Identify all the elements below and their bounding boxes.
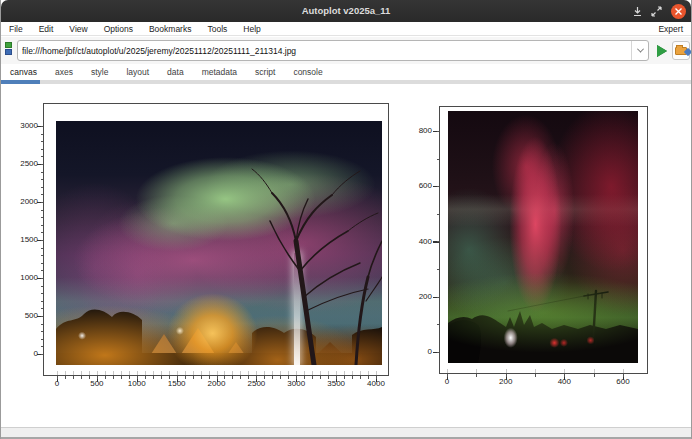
plot-left-image [56,121,382,365]
menu-item[interactable]: Tools [199,24,235,34]
resize-icon[interactable] [648,3,664,19]
tick-label: 2000 [20,198,38,206]
tab-item[interactable]: data [158,65,193,79]
folder-accent-icon [684,48,692,56]
tick-label: 500 [25,312,38,320]
plot-left-xtick-minor [57,376,377,379]
datasource-icon-green [5,42,12,48]
urlbar [1,37,691,64]
folder-icon [675,47,687,55]
tick-label: 600 [419,182,432,190]
window-title: Autoplot v2025a_11 [1,0,691,22]
menu-items: FileEditViewOptionsBookmarksToolsHelp [1,24,269,34]
tab-item[interactable]: script [246,65,284,79]
url-combobox [17,40,649,61]
datasource-icon-blue [5,49,12,55]
autoplot-window: Autoplot v2025a_11 FileEditViewOptionsBo… [0,0,692,439]
tick-label: 800 [419,127,432,135]
plot-left-yticks: 050010001500200025003000 [3,126,38,354]
tab-item[interactable]: console [284,65,331,79]
tick-label: 1500 [20,236,38,244]
tab-item[interactable]: canvas [1,65,46,79]
go-button[interactable] [654,43,669,58]
tab-item[interactable]: layout [117,65,158,79]
titlebar: Autoplot v2025a_11 [1,0,691,22]
ground-lights-right [448,111,638,363]
tick-label: 2500 [20,160,38,168]
tree-left [56,121,382,365]
tabbar: canvasaxesstylelayoutdatametadatascriptc… [1,64,691,84]
tab-item[interactable]: metadata [193,65,246,79]
menu-item[interactable]: Bookmarks [141,24,200,34]
tab-item[interactable]: style [82,65,117,79]
close-icon[interactable] [671,4,686,19]
expert-mode-label[interactable]: Expert [650,24,691,34]
menubar: FileEditViewOptionsBookmarksToolsHelp Ex… [1,22,691,36]
plot-left-ytick-minor [41,126,44,355]
open-file-button[interactable] [672,41,690,60]
tick-label: 3000 [20,122,38,130]
combo-dropdown-button[interactable] [631,41,648,60]
minimize-icon[interactable] [629,3,645,19]
url-input[interactable] [18,41,630,60]
plot-right-xtick-inner [447,369,624,373]
play-icon [657,45,667,57]
tab-list: canvasaxesstylelayoutdatametadatascriptc… [1,65,332,79]
chevron-down-icon [636,46,643,53]
menu-item[interactable]: Help [235,24,268,34]
status-bar [1,427,691,437]
tick-label: 200 [419,293,432,301]
menu-item[interactable]: Options [96,24,141,34]
menu-item[interactable]: View [61,24,95,34]
menu-item[interactable]: Edit [31,24,62,34]
plot-right-image [448,111,638,363]
tick-label: 0 [428,348,432,356]
plot-canvas: 050010001500200025003000 050010001500200… [1,84,691,427]
tick-label: 400 [419,238,432,246]
menu-item[interactable]: File [1,24,31,34]
plot-right-xtick-minor [447,374,624,377]
datasource-icon [4,42,13,56]
plot-left-xtick-inner [57,371,377,375]
tick-label: 1000 [20,274,38,282]
plot-right-ytick-minor [437,131,440,353]
plot-right-yticks: 0200400600800 [397,131,432,352]
tab-item[interactable]: axes [46,65,82,79]
